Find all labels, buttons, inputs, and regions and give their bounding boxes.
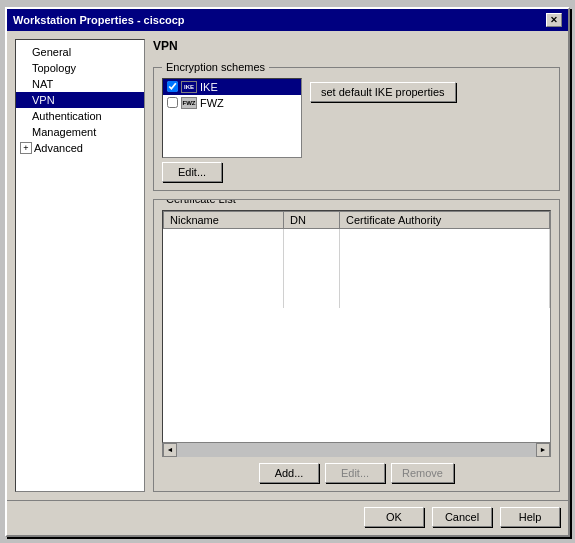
ok-button[interactable]: OK [364, 507, 424, 527]
sidebar-item-advanced-label: Advanced [34, 142, 83, 154]
sidebar-item-authentication[interactable]: Authentication [16, 108, 144, 124]
ike-icon: IKE [181, 81, 197, 93]
close-button[interactable]: ✕ [546, 13, 562, 27]
scroll-right-arrow[interactable]: ► [536, 443, 550, 457]
remove-button[interactable]: Remove [391, 463, 454, 483]
cert-buttons: Add... Edit... Remove [162, 463, 551, 483]
schemes-list: IKE IKE FWZ FWZ [162, 78, 302, 158]
help-button[interactable]: Help [500, 507, 560, 527]
sidebar-item-vpn[interactable]: VPN [16, 92, 144, 108]
table-row [164, 260, 550, 276]
table-row [164, 244, 550, 260]
fwz-icon: FWZ [181, 97, 197, 109]
table-row [164, 292, 550, 308]
cert-edit-button[interactable]: Edit... [325, 463, 385, 483]
sidebar-item-nat[interactable]: NAT [16, 76, 144, 92]
col-dn: DN [283, 211, 339, 228]
certificate-list-group: Certificate List Nickname DN Certificate… [153, 199, 560, 492]
encryption-row: IKE IKE FWZ FWZ set default IKE properti… [162, 78, 551, 158]
table-row [164, 228, 550, 244]
scheme-label-fwz: FWZ [200, 97, 224, 109]
col-nickname: Nickname [164, 211, 284, 228]
sidebar-item-general[interactable]: General [16, 44, 144, 60]
main-window: Workstation Properties - ciscocp ✕ Gener… [5, 7, 570, 537]
scroll-track[interactable] [177, 443, 536, 457]
scroll-left-arrow[interactable]: ◄ [163, 443, 177, 457]
sidebar-item-topology[interactable]: Topology [16, 60, 144, 76]
panel-title: VPN [153, 39, 560, 53]
window-title: Workstation Properties - ciscocp [13, 14, 185, 26]
right-panel: VPN Encryption schemes IKE IKE [153, 39, 560, 492]
encryption-edit-button[interactable]: Edit... [162, 162, 222, 182]
scheme-item-ike[interactable]: IKE IKE [163, 79, 301, 95]
scheme-checkbox-ike[interactable] [167, 81, 178, 92]
title-bar: Workstation Properties - ciscocp ✕ [7, 9, 568, 31]
cert-group-label: Certificate List [162, 199, 240, 205]
cert-table-wrapper: Nickname DN Certificate Authority [162, 210, 551, 443]
col-ca: Certificate Authority [339, 211, 549, 228]
footer-buttons: OK Cancel Help [7, 500, 568, 535]
horizontal-scrollbar: ◄ ► [162, 443, 551, 457]
edit-btn-row: Edit... [162, 162, 551, 182]
cert-table: Nickname DN Certificate Authority [163, 211, 550, 309]
scheme-checkbox-fwz[interactable] [167, 97, 178, 108]
encryption-group: Encryption schemes IKE IKE FWZ [153, 67, 560, 191]
add-button[interactable]: Add... [259, 463, 319, 483]
expand-icon[interactable]: + [20, 142, 32, 154]
set-default-ike-button[interactable]: set default IKE properties [310, 82, 456, 102]
table-row [164, 276, 550, 292]
encryption-group-label: Encryption schemes [162, 61, 269, 73]
cancel-button[interactable]: Cancel [432, 507, 492, 527]
sidebar-item-management[interactable]: Management [16, 124, 144, 140]
sidebar-item-advanced[interactable]: + Advanced [16, 140, 144, 156]
scheme-item-fwz[interactable]: FWZ FWZ [163, 95, 301, 111]
tree-panel: General Topology NAT VPN Authentication … [15, 39, 145, 492]
content-area: General Topology NAT VPN Authentication … [7, 31, 568, 500]
scheme-label-ike: IKE [200, 81, 218, 93]
